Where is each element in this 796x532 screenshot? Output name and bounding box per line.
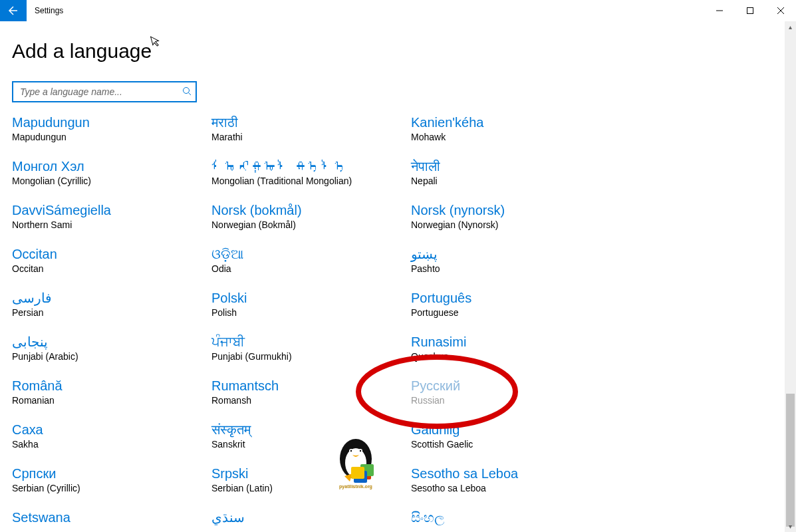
scroll-down-button[interactable]: ▾ [785, 521, 796, 532]
language-item[interactable]: PolskiPolish [211, 290, 411, 318]
language-native-name: සිංහල [411, 509, 610, 525]
language-native-name: Srpski [211, 466, 411, 481]
language-item[interactable]: नेपालीNepali [411, 158, 610, 186]
language-item[interactable]: پښتوPashto [411, 246, 610, 274]
language-english-name: Mongolian (Cyrillic) [12, 176, 211, 186]
language-item[interactable]: پنجابیPunjabi (Arabic) [12, 334, 211, 362]
language-native-name: Gàidhlig [411, 422, 610, 438]
language-native-name: Runasimi [411, 334, 610, 350]
scroll-up-button[interactable]: ▴ [785, 21, 796, 33]
language-native-name: DavviSámegiella [12, 202, 211, 218]
language-item[interactable]: СахаSakha [12, 422, 211, 450]
language-native-name: سنڌي [211, 509, 411, 525]
svg-rect-0 [747, 8, 753, 14]
language-english-name: Mapudungun [12, 132, 211, 142]
language-item[interactable]: සිංහල [411, 509, 610, 527]
language-native-name: Монгол Хэл [12, 158, 211, 174]
language-native-name: پښتو [411, 246, 610, 262]
language-english-name: Punjabi (Gurmukhi) [211, 351, 411, 362]
language-native-name: Sesotho sa Leboa [411, 466, 610, 481]
language-item[interactable]: Kanien'kéhaMohawk [411, 114, 610, 142]
language-native-name: فارسى [12, 290, 211, 306]
language-item[interactable]: RumantschRomansh [211, 378, 411, 406]
language-item[interactable]: MapudungunMapudungun [12, 114, 211, 142]
titlebar: Settings [0, 0, 796, 21]
language-item[interactable]: PortuguêsPortuguese [411, 290, 610, 318]
language-native-name: Setswana [12, 509, 211, 525]
language-item[interactable]: RunasimiQuechua [411, 334, 610, 362]
language-item[interactable]: मराठीMarathi [211, 114, 411, 142]
language-native-name: Српски [12, 466, 211, 481]
svg-point-1 [184, 87, 190, 93]
cursor-icon [150, 33, 164, 51]
language-native-name: پنجابی [12, 334, 211, 350]
language-english-name: Sesotho sa Leboa [411, 483, 610, 493]
window-title: Settings [27, 0, 704, 21]
language-item[interactable]: РусскийRussian [411, 378, 610, 406]
close-button[interactable] [765, 0, 796, 21]
language-native-name: Rumantsch [211, 378, 411, 394]
language-item[interactable]: OccitanOccitan [12, 246, 211, 274]
language-native-name: ᠮᠣᠩᠭᠤᠯ ᠬᠡᠯᠡ [211, 158, 411, 174]
language-item[interactable]: ਪੰਜਾਬੀPunjabi (Gurmukhi) [211, 334, 411, 362]
search-input[interactable] [20, 86, 182, 97]
language-english-name: Persian [12, 307, 211, 318]
language-english-name: Serbian (Latin) [211, 483, 411, 493]
language-english-name: Mongolian (Traditional Mongolian) [211, 176, 411, 186]
language-native-name: Саха [12, 422, 211, 438]
language-native-name: Português [411, 290, 610, 306]
language-english-name: Sanskrit [211, 439, 411, 450]
language-item[interactable]: Монгол ХэлMongolian (Cyrillic) [12, 158, 211, 186]
language-item[interactable]: संस्कृतम्Sanskrit [211, 422, 411, 450]
language-english-name: Norwegian (Bokmål) [211, 219, 411, 230]
language-native-name: Occitan [12, 246, 211, 262]
search-icon [182, 86, 192, 98]
language-english-name: Mohawk [411, 132, 610, 142]
language-item[interactable]: GàidhligScottish Gaelic [411, 422, 610, 450]
language-english-name: Punjabi (Arabic) [12, 351, 211, 362]
language-item[interactable]: ᠮᠣᠩᠭᠤᠯ ᠬᠡᠯᠡMongolian (Traditional Mongol… [211, 158, 411, 186]
language-grid: MapudungunMapudungunमराठीMarathiKanien'k… [12, 114, 796, 527]
back-button[interactable] [0, 0, 27, 21]
minimize-button[interactable] [704, 0, 735, 21]
language-item[interactable]: Norsk (bokmål)Norwegian (Bokmål) [211, 202, 411, 230]
language-native-name: मराठी [211, 114, 411, 130]
language-native-name: Kanien'kéha [411, 114, 610, 130]
language-native-name: ଓଡ଼ିଆ [211, 246, 411, 262]
language-item[interactable]: SrpskiSerbian (Latin) [211, 466, 411, 493]
language-english-name: Romansh [211, 395, 411, 406]
language-english-name: Odia [211, 263, 411, 274]
maximize-button[interactable] [735, 0, 765, 21]
language-native-name: Русский [411, 378, 610, 394]
language-native-name: ਪੰਜਾਬੀ [211, 334, 411, 350]
language-item[interactable]: فارسىPersian [12, 290, 211, 318]
language-english-name: Marathi [211, 132, 411, 142]
language-english-name: Nepali [411, 176, 610, 186]
back-arrow-icon [8, 5, 19, 16]
search-box[interactable] [12, 81, 197, 102]
language-item[interactable]: СрпскиSerbian (Cyrillic) [12, 466, 211, 493]
language-item[interactable]: RomânăRomanian [12, 378, 211, 406]
language-item[interactable]: Sesotho sa LeboaSesotho sa Leboa [411, 466, 610, 493]
language-native-name: Română [12, 378, 211, 394]
language-english-name: Northern Sami [12, 219, 211, 230]
language-item[interactable]: Setswana [12, 509, 211, 527]
language-native-name: Mapudungun [12, 114, 211, 130]
language-native-name: Norsk (nynorsk) [411, 202, 610, 218]
language-item[interactable]: سنڌي [211, 509, 411, 527]
language-english-name: Sakha [12, 439, 211, 450]
language-english-name: Scottish Gaelic [411, 439, 610, 450]
scrollbar[interactable]: ▴ ▾ [785, 21, 796, 532]
scroll-thumb[interactable] [786, 394, 795, 527]
language-item[interactable]: Norsk (nynorsk)Norwegian (Nynorsk) [411, 202, 610, 230]
language-english-name: Quechua [411, 351, 610, 362]
language-item[interactable]: ଓଡ଼ିଆOdia [211, 246, 411, 274]
content-area: Add a language MapudungunMapudungunमराठी… [0, 21, 796, 532]
language-english-name: Serbian (Cyrillic) [12, 483, 211, 493]
language-item[interactable]: DavviSámegiellaNorthern Sami [12, 202, 211, 230]
language-english-name: Romanian [12, 395, 211, 406]
page-title: Add a language [12, 40, 152, 63]
language-english-name: Russian [411, 395, 610, 406]
window-controls [704, 0, 796, 21]
language-native-name: Polski [211, 290, 411, 306]
